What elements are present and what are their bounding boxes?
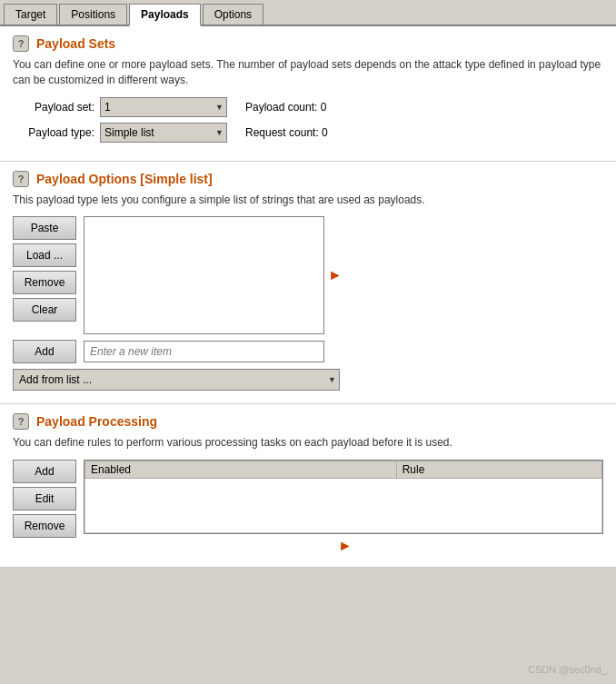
processing-edit-button[interactable]: Edit bbox=[13, 487, 76, 511]
payload-type-select[interactable]: Simple list Runtime file Custom iterator… bbox=[100, 123, 227, 143]
add-item-input[interactable] bbox=[84, 341, 324, 362]
payload-options-desc: This payload type lets you configure a s… bbox=[13, 193, 603, 208]
add-from-list-wrapper: Add from list ... bbox=[13, 369, 340, 391]
payload-list-box bbox=[84, 216, 324, 334]
payload-sets-help-icon[interactable]: ? bbox=[13, 35, 29, 52]
payload-options-section: ? Payload Options [Simple list] This pay… bbox=[0, 162, 616, 405]
payload-set-select[interactable]: 1 2 3 4 bbox=[100, 97, 227, 117]
tab-options[interactable]: Options bbox=[203, 4, 263, 25]
payload-list-area: Paste Load ... Remove Clear ► bbox=[13, 216, 603, 334]
payload-processing-header: ? Payload Processing bbox=[13, 413, 603, 430]
payload-options-help-icon[interactable]: ? bbox=[13, 171, 29, 187]
add-from-list-row: Add from list ... bbox=[13, 369, 603, 391]
payload-processing-help-icon[interactable]: ? bbox=[13, 413, 29, 430]
tab-bar: Target Positions Payloads Options bbox=[0, 0, 616, 26]
tab-positions[interactable]: Positions bbox=[59, 4, 127, 25]
payload-type-label: Payload type: bbox=[13, 126, 94, 139]
payload-type-select-wrapper: Simple list Runtime file Custom iterator… bbox=[100, 123, 227, 143]
clear-button[interactable]: Clear bbox=[13, 298, 76, 322]
tab-payloads[interactable]: Payloads bbox=[129, 4, 201, 26]
add-item-button[interactable]: Add bbox=[13, 340, 76, 363]
watermark: CSDN @sec0nd_ bbox=[528, 664, 607, 675]
payload-sets-header: ? Payload Sets bbox=[13, 35, 603, 52]
payload-set-row: Payload set: 1 2 3 4 Payload count: 0 bbox=[13, 97, 603, 117]
tab-target[interactable]: Target bbox=[4, 4, 57, 25]
paste-button[interactable]: Paste bbox=[13, 216, 76, 240]
processing-empty-row bbox=[85, 479, 602, 533]
payload-processing-title: Payload Processing bbox=[36, 414, 157, 429]
payload-processing-desc: You can define rules to perform various … bbox=[13, 435, 603, 451]
processing-btn-col: Add Edit Remove bbox=[13, 460, 76, 541]
processing-remove-button[interactable]: Remove bbox=[13, 514, 76, 538]
main-content: ? Payload Sets You can define one or mor… bbox=[0, 26, 616, 568]
payload-type-row: Payload type: Simple list Runtime file C… bbox=[13, 123, 603, 143]
payload-sets-title: Payload Sets bbox=[36, 36, 115, 51]
processing-col-enabled: Enabled bbox=[85, 461, 397, 479]
payload-sets-section: ? Payload Sets You can define one or mor… bbox=[0, 26, 616, 162]
payload-options-title: Payload Options [Simple list] bbox=[36, 172, 213, 186]
processing-arrow: ► bbox=[338, 538, 353, 554]
payload-processing-section: ? Payload Processing You can define rule… bbox=[0, 404, 616, 568]
load-button[interactable]: Load ... bbox=[13, 243, 76, 267]
add-from-list-select[interactable]: Add from list ... bbox=[13, 369, 340, 391]
payload-list-arrow: ► bbox=[328, 267, 343, 283]
add-item-row: Add bbox=[13, 340, 603, 363]
payload-btn-col: Paste Load ... Remove Clear bbox=[13, 216, 76, 325]
processing-add-button[interactable]: Add bbox=[13, 460, 76, 483]
payload-sets-desc: You can define one or more payload sets.… bbox=[13, 57, 603, 88]
payload-set-select-wrapper: 1 2 3 4 bbox=[100, 97, 227, 117]
request-count-label: Request count: 0 bbox=[245, 126, 328, 139]
processing-list-area: Enabled Rule ► bbox=[84, 460, 603, 554]
processing-body: Add Edit Remove Enabled Rule bbox=[13, 460, 603, 554]
remove-button[interactable]: Remove bbox=[13, 271, 76, 294]
processing-table: Enabled Rule bbox=[84, 460, 603, 534]
payload-count-label: Payload count: 0 bbox=[245, 101, 326, 114]
payload-set-label: Payload set: bbox=[13, 101, 94, 114]
payload-options-header: ? Payload Options [Simple list] bbox=[13, 171, 603, 187]
processing-col-rule: Rule bbox=[396, 461, 601, 479]
